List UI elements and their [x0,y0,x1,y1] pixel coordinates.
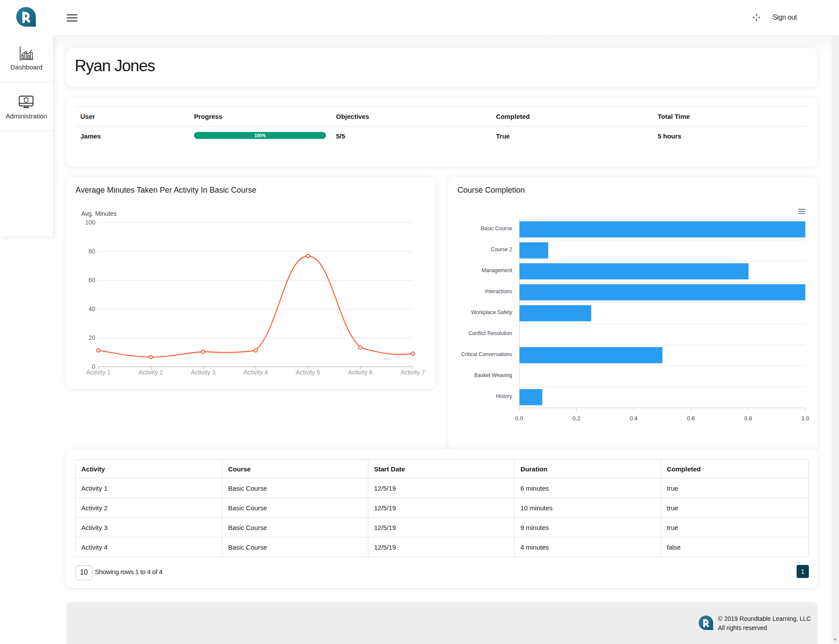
svg-text:1.0: 1.0 [801,415,809,422]
svg-text:Conflict Resolution: Conflict Resolution [468,330,512,336]
svg-text:Course 2: Course 2 [491,246,512,253]
svg-text:Activity 3: Activity 3 [191,369,215,376]
svg-text:Activity 7: Activity 7 [400,369,425,376]
svg-text:100: 100 [85,219,96,226]
svg-text:0.4: 0.4 [630,415,638,422]
svg-text:80: 80 [88,248,95,255]
svg-text:0.8: 0.8 [744,415,752,422]
svg-text:20: 20 [88,334,95,341]
svg-text:Critical Conversations: Critical Conversations [461,351,512,357]
svg-text:Activity 2: Activity 2 [139,369,163,376]
svg-text:History: History [496,393,512,399]
svg-text:Workplace Safety: Workplace Safety [471,309,512,315]
svg-text:Activity 1: Activity 1 [86,369,111,376]
svg-text:Basket Weaving: Basket Weaving [475,372,513,378]
svg-text:Management: Management [482,267,513,274]
svg-text:Activity 6: Activity 6 [348,369,372,376]
svg-text:Activity 5: Activity 5 [296,369,320,376]
svg-text:Interactions: Interactions [485,288,512,294]
svg-text:60: 60 [88,277,95,284]
svg-text:0.0: 0.0 [515,415,523,422]
svg-text:Basic Course: Basic Course [481,225,513,232]
svg-text:Avg. Minutes: Avg. Minutes [81,210,117,217]
svg-text:0.2: 0.2 [572,415,580,422]
svg-text:0.6: 0.6 [687,415,695,422]
svg-text:40: 40 [88,305,95,312]
svg-text:Activity 4: Activity 4 [243,369,268,376]
